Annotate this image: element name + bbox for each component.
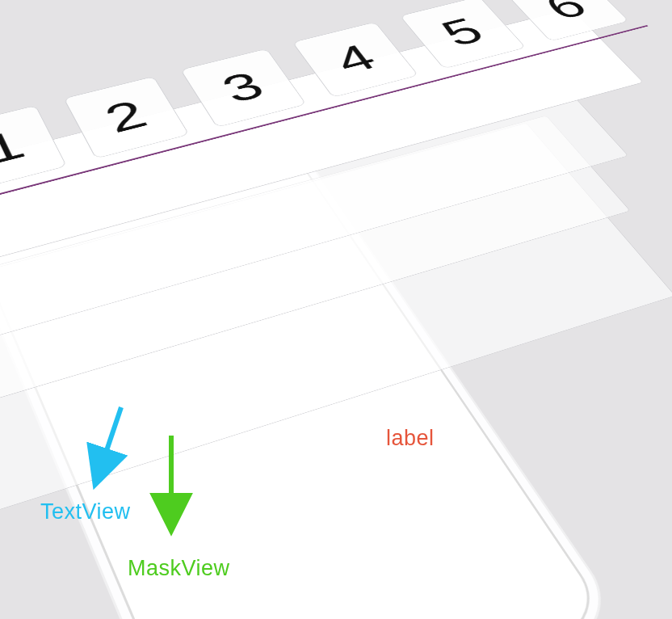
annotation-label: label xyxy=(386,426,435,451)
scene-3d: ViewController 123456 1 2 3 4 5 6 xyxy=(0,0,672,619)
arrow-textview-icon xyxy=(85,404,133,493)
annotation-maskview: MaskView xyxy=(128,556,230,581)
arrow-maskview-icon xyxy=(152,432,192,537)
annotation-textview: TextView xyxy=(40,499,131,524)
diagram-canvas: ViewController 123456 1 2 3 4 5 6 xyxy=(0,0,672,619)
